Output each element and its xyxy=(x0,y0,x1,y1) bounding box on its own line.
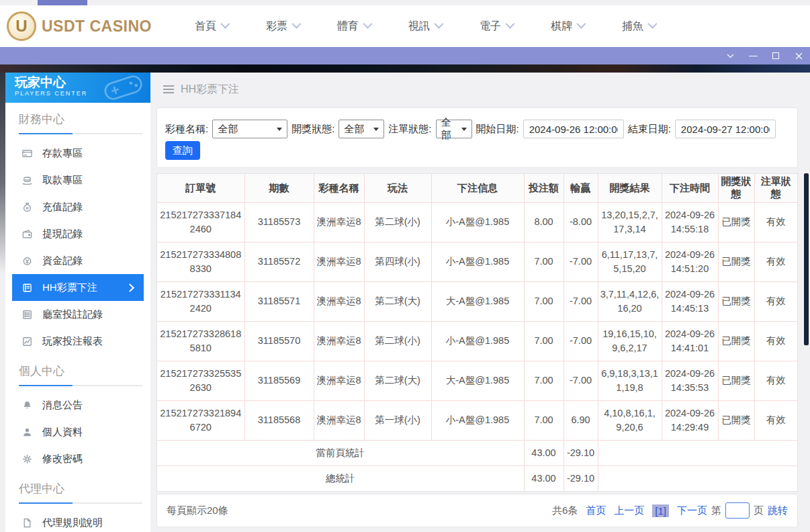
sidebar-item-player-bet-report[interactable]: 玩家投注報表 xyxy=(12,328,144,355)
nav-item-fishing[interactable]: 捕魚 xyxy=(622,19,655,34)
gear-icon xyxy=(21,453,33,465)
caret-down-icon xyxy=(277,128,282,131)
cell-order: 2152172733311342420 xyxy=(157,282,244,322)
sidebar: 玩家中心 PLAYERS CENTER 財務中心 存款專區 取款專區 充值記錄 … xyxy=(5,73,150,532)
end-date-input[interactable] xyxy=(675,120,776,138)
background-photo-strip xyxy=(0,64,810,73)
cell-winloss: -7.00 xyxy=(564,361,598,401)
browser-tab-sliver xyxy=(38,0,87,5)
start-date-input[interactable] xyxy=(523,120,624,138)
nav-item-lottery[interactable]: 彩票 xyxy=(266,19,299,34)
table-row: 2152172733348088330 31185572 澳洲幸运8 第四球(小… xyxy=(157,242,797,282)
draw-status-select[interactable]: 全部 xyxy=(339,120,384,138)
wallet-icon xyxy=(21,228,33,240)
minimize-button[interactable] xyxy=(741,47,764,64)
first-page-link[interactable]: 首页 xyxy=(586,504,606,517)
col-header-lottery: 彩種名稱 xyxy=(314,174,364,203)
cell-result: 6,11,17,13,7,5,15,20 xyxy=(598,242,662,282)
sidebar-item-withdraw-area[interactable]: 取款專區 xyxy=(12,167,144,193)
bets-table: 訂單號 期數 彩種名稱 玩法 下注信息 投注額 輸贏 開獎結果 下注時間 開獎狀… xyxy=(157,174,797,491)
cell-info: 小-A盤@1.985 xyxy=(431,242,524,282)
prev-page-link[interactable]: 上一页 xyxy=(614,504,644,517)
sidebar-item-recharge-record[interactable]: 充值記錄 xyxy=(12,193,144,220)
lottery-select[interactable]: 全部 xyxy=(212,120,287,138)
brand-logo-letter: U xyxy=(15,18,27,34)
table-row: 2152172733311342420 31185571 澳洲幸运8 第二球(大… xyxy=(157,282,797,322)
sidebar-item-hh-lottery-bets[interactable]: HH彩票下注 xyxy=(12,274,144,301)
sidebar-header: 玩家中心 PLAYERS CENTER xyxy=(5,73,150,103)
sidebar-item-label: 取款專區 xyxy=(42,174,83,187)
minimize-icon xyxy=(749,56,758,56)
window-chevron-button[interactable] xyxy=(719,47,741,64)
sidebar-item-profile[interactable]: 個人資料 xyxy=(12,418,144,445)
end-date-label: 結束日期: xyxy=(628,123,671,136)
cell-order-status: 有效 xyxy=(754,361,797,401)
cell-amount: 7.00 xyxy=(524,242,564,282)
sidebar-item-deposit-area[interactable]: 存款專區 xyxy=(12,140,144,167)
current-page-indicator[interactable]: [1] xyxy=(652,504,669,517)
nav-item-video[interactable]: 視訊 xyxy=(408,19,441,34)
cell-info: 小-A盤@1.985 xyxy=(431,401,524,441)
lottery-select-value: 全部 xyxy=(218,123,238,136)
nav-item-egames[interactable]: 電子 xyxy=(480,19,512,34)
maximize-button[interactable] xyxy=(764,47,787,64)
order-status-select-label: 注單狀態: xyxy=(388,123,431,136)
sidebar-item-label: 消息公告 xyxy=(42,399,83,412)
scrollbar-thumb[interactable] xyxy=(804,173,809,345)
cell-play: 第二球(大) xyxy=(364,282,431,322)
sidebar-item-change-password[interactable]: 修改密碼 xyxy=(12,445,144,472)
sidebar-item-agent-rules[interactable]: 代理規則說明 xyxy=(12,509,144,532)
section-title-personal: 個人中心 xyxy=(5,355,150,385)
next-page-link[interactable]: 下一页 xyxy=(677,504,707,517)
order-status-select[interactable]: 全部 xyxy=(436,120,472,138)
cell-time: 2024-09-26 14:51:20 xyxy=(662,242,718,282)
sidebar-item-hall-bet-record[interactable]: 廳室投註記錄 xyxy=(12,301,144,328)
nav-item-home[interactable]: 首頁 xyxy=(195,19,228,34)
cell-time: 2024-09-26 14:45:13 xyxy=(662,282,718,322)
table-row: 2152172733286185810 31185570 澳洲幸运8 第二球(小… xyxy=(157,322,797,361)
nav-item-boardgames[interactable]: 棋牌 xyxy=(551,19,584,34)
section-divider xyxy=(19,133,142,134)
sidebar-item-withdrawal-record[interactable]: 提現記錄 xyxy=(12,220,144,247)
col-header-order: 訂單號 xyxy=(157,174,244,203)
page-summary-empty xyxy=(598,441,797,466)
cell-draw-status: 已開獎 xyxy=(718,401,754,441)
sidebar-item-label: 廳室投註記錄 xyxy=(42,308,103,321)
search-button[interactable]: 查詢 xyxy=(165,141,200,160)
chevron-down-icon xyxy=(291,19,301,29)
page-summary-label: 當前頁統計 xyxy=(157,441,524,466)
per-page-text: 每頁顯示20條 xyxy=(167,504,228,517)
jump-link[interactable]: 跳转 xyxy=(768,504,788,517)
breadcrumb: HH彩票下注 xyxy=(156,73,803,106)
cell-lottery: 澳洲幸运8 xyxy=(314,282,364,322)
start-date-label: 開始日期: xyxy=(476,123,519,136)
document-icon xyxy=(21,517,33,529)
jump-page-input[interactable] xyxy=(725,502,750,519)
user-icon xyxy=(21,427,33,438)
sidebar-item-label: 提現記錄 xyxy=(42,228,83,240)
table-row: 2152172733218946720 31185568 澳洲幸运8 第一球(小… xyxy=(157,401,797,441)
cell-winloss: -7.00 xyxy=(564,282,598,322)
chevron-down-icon xyxy=(363,19,372,29)
cell-amount: 8.00 xyxy=(524,203,564,242)
sidebar-item-announcements[interactable]: 消息公告 xyxy=(12,392,144,418)
sidebar-item-funds-record[interactable]: 資金記錄 xyxy=(12,247,144,274)
hamburger-icon[interactable] xyxy=(163,85,175,94)
cell-order-status: 有效 xyxy=(754,282,797,322)
nav-label: 電子 xyxy=(480,19,501,34)
maximize-icon xyxy=(772,52,779,59)
cell-play: 第四球(小) xyxy=(364,242,431,282)
cell-draw-status: 已開獎 xyxy=(718,242,754,282)
nav-label: 視訊 xyxy=(408,19,430,34)
nav-label: 棋牌 xyxy=(551,19,572,34)
sidebar-item-label: 資金記錄 xyxy=(42,255,83,267)
nav-item-sports[interactable]: 體育 xyxy=(337,19,370,34)
filter-row: 彩種名稱: 全部 開獎狀態: 全部 注單狀態: 全部 開始日期: 結束日期: xyxy=(157,108,797,138)
cell-order: 2152172733286185810 xyxy=(157,322,244,361)
sidebar-item-label: 存款專區 xyxy=(42,147,83,160)
close-button[interactable] xyxy=(787,47,810,64)
sidebar-item-label: 修改密碼 xyxy=(42,453,83,466)
cell-period: 31185569 xyxy=(244,361,314,401)
cell-winloss: -7.00 xyxy=(564,242,598,282)
cell-result: 19,16,15,10,9,6,2,17 xyxy=(598,322,662,361)
